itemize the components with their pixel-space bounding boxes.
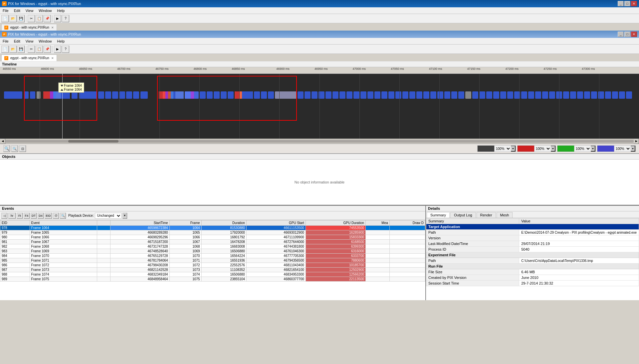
fit-btn[interactable]: ⊡ [19, 145, 26, 152]
playback-device-dropdown[interactable]: ▼ [122, 213, 127, 219]
channel-4-pct[interactable]: 100% [614, 146, 631, 152]
cut-btn[interactable]: ✂ [28, 15, 35, 22]
cell-frame: 1072 [169, 263, 201, 268]
menu-edit[interactable]: Edit [11, 8, 23, 13]
prop-last-modified: Last-Modified Date/Time 29/07/2014 21:19 [426, 241, 639, 247]
table-row[interactable]: 980 Frame 1066 46698295296 1066 16801792… [0, 235, 425, 240]
cell-duration: 16564224 [201, 254, 246, 258]
scrollbar-thumb[interactable] [68, 140, 118, 143]
timeline-row-1 [0, 90, 639, 100]
events-search-btn[interactable]: 🔍 [60, 213, 66, 219]
save-btn[interactable]: 💾 [17, 15, 25, 22]
col-duration: Duration [201, 220, 246, 226]
channel-3-pct[interactable]: 100% [574, 146, 591, 152]
play-btn[interactable]: ▶ [54, 15, 61, 22]
menu-file[interactable]: File [0, 8, 11, 13]
cell-gpustart: 46693012900 [246, 230, 306, 235]
table-row[interactable]: 982 Frame 1068 46731747328 1068 16683008… [0, 244, 425, 249]
inner-help-btn[interactable]: ? [62, 46, 69, 53]
channel-2-dropdown[interactable]: ▼ [551, 146, 555, 152]
table-row[interactable]: 984 Frame 1070 46765129728 1070 16564224… [0, 254, 425, 258]
events-table-container[interactable]: EID Event StartTime Frame Duration GPU S… [0, 220, 425, 300]
events-hr-btn[interactable]: hr [8, 213, 16, 219]
outer-tab-active[interactable]: P egypt - with vsync.PIXRun ✕ [1, 24, 57, 31]
table-row[interactable]: 985 Frame 1071 46781784064 1071 16551936… [0, 258, 425, 263]
events-f4-btn[interactable]: F4 [24, 213, 30, 219]
inner-paste-btn[interactable]: 📌 [44, 46, 51, 53]
inner-minimize-btn[interactable]: _ [618, 32, 624, 37]
zoom-in-btn[interactable]: 🔍 [3, 145, 10, 152]
channel-2-pct[interactable]: 100% [534, 146, 551, 152]
table-row[interactable]: 983 Frame 1069 46748528640 1069 16506880… [0, 249, 425, 254]
inner-tab-close[interactable]: ✕ [51, 57, 54, 60]
inner-new-btn[interactable]: 📄 [1, 46, 9, 53]
inner-menu-help[interactable]: Help [54, 39, 67, 44]
table-row[interactable]: 981 Frame 1067 46715187200 1067 16478208… [0, 240, 425, 244]
events-eid-btn[interactable]: EID [45, 213, 52, 219]
events-d4-btn[interactable]: D4 [38, 213, 44, 219]
inner-tab-active[interactable]: P egypt - with vsync.PIXRun ✕ [1, 55, 57, 61]
prop-created-by: Created by PIX Version June 2010 [426, 275, 639, 281]
menu-window[interactable]: Window [36, 8, 54, 13]
inner-open-btn[interactable]: 📂 [9, 46, 17, 53]
scroll-right-btn[interactable]: ▶ [634, 139, 639, 144]
channel-3-dropdown[interactable]: ▼ [591, 146, 595, 152]
inner-menu-window[interactable]: Window [36, 39, 54, 44]
channel-1-dropdown[interactable]: ▼ [511, 146, 516, 152]
inner-cut-btn[interactable]: ✂ [28, 46, 35, 53]
playback-device-select[interactable]: Unchanged [95, 213, 121, 219]
events-dt-btn[interactable]: DT [31, 213, 37, 219]
events-title: Events [2, 206, 14, 210]
scrollbar-track[interactable] [5, 140, 634, 143]
menu-view[interactable]: View [23, 8, 36, 13]
events-back-btn[interactable]: ◁ [1, 213, 7, 219]
channel-4-dropdown[interactable]: ▼ [631, 146, 635, 152]
table-row[interactable]: 986 Frame 1072 46798430208 1072 22552576… [0, 263, 425, 268]
table-row[interactable]: 979 Frame 1065 46680289280 1065 17920000… [0, 230, 425, 235]
inner-menu-edit[interactable]: Edit [11, 39, 23, 44]
open-btn[interactable]: 📂 [9, 15, 17, 22]
outer-tab-close[interactable]: ✕ [51, 26, 54, 29]
copy-btn[interactable]: 📋 [36, 15, 43, 22]
tab-summary[interactable]: Summary [427, 212, 450, 218]
paste-btn[interactable]: 📌 [44, 15, 51, 22]
cell-color [97, 272, 110, 277]
inner-menu-view[interactable]: View [23, 39, 36, 44]
cell-eid: 982 [0, 244, 30, 249]
cell-starttime: 46798430208 [110, 263, 170, 268]
tab-output-log[interactable]: Output Log [450, 212, 476, 218]
inner-title-bar: P PIX for Windows - egypt - with vsync.P… [0, 31, 639, 38]
inner-play-btn[interactable]: ▶ [54, 46, 61, 53]
tick-3: 46700 ms [117, 67, 130, 70]
outer-menu-bar: File Edit View Window Help [0, 7, 639, 14]
cell-color [97, 240, 110, 244]
inner-maximize-btn[interactable]: □ [624, 32, 630, 37]
table-row[interactable]: 989 Frame 1075 46848958464 1075 23855104… [0, 277, 425, 282]
timeline-scrollbar[interactable]: ◀ ▶ [0, 139, 639, 144]
table-row[interactable]: 987 Frame 1073 46821142528 1073 11108352… [0, 268, 425, 272]
minimize-button[interactable]: _ [618, 1, 624, 6]
channel-1-pct[interactable]: 100% [494, 146, 511, 152]
inner-menu-file[interactable]: File [0, 39, 11, 44]
col-mea: Mea [365, 220, 389, 226]
inner-save-btn[interactable]: 💾 [17, 46, 25, 53]
table-row[interactable]: 978 Frame 1064 46598672384 1064 81530880… [0, 226, 425, 230]
tab-mesh[interactable]: Mesh [497, 212, 513, 218]
events-clock-btn[interactable]: ⏱ [53, 213, 59, 219]
table-row[interactable]: 988 Frame 1074 46832349184 1074 16506880… [0, 272, 425, 277]
cell-eid: 978 [0, 226, 30, 230]
help-btn[interactable]: ? [62, 15, 69, 22]
new-btn[interactable]: 📄 [1, 15, 9, 22]
scroll-left-btn[interactable]: ◀ [0, 139, 5, 144]
timeline-area[interactable]: Frame 1064 Frame 1064 [0, 74, 639, 139]
zoom-out-btn[interactable]: 🔍 [11, 145, 18, 152]
inner-copy-btn[interactable]: 📋 [36, 46, 43, 53]
bottom-section: Events ◁ hr Ft F4 DT D4 EID ⏱ 🔍 Playback… [0, 205, 639, 300]
close-button[interactable]: ✕ [631, 1, 637, 6]
events-f1-btn[interactable]: Ft [17, 213, 23, 219]
menu-help[interactable]: Help [54, 8, 67, 13]
tab-render[interactable]: Render [477, 212, 496, 218]
prop-process-id: Process ID 5040 [426, 247, 639, 252]
maximize-button[interactable]: □ [624, 1, 630, 6]
inner-close-btn[interactable]: ✕ [631, 32, 637, 37]
